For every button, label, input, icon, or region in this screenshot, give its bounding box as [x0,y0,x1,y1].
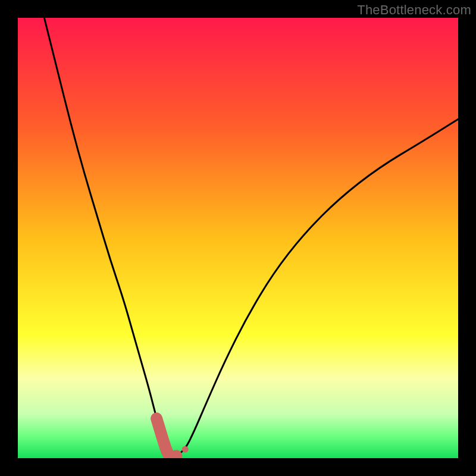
gradient-background [18,18,458,458]
watermark-text: TheBottleneck.com [357,2,471,18]
chart-frame: TheBottleneck.com [0,0,476,476]
chart-svg [18,18,458,458]
plot-area [18,18,458,458]
marker-dot [182,446,189,453]
